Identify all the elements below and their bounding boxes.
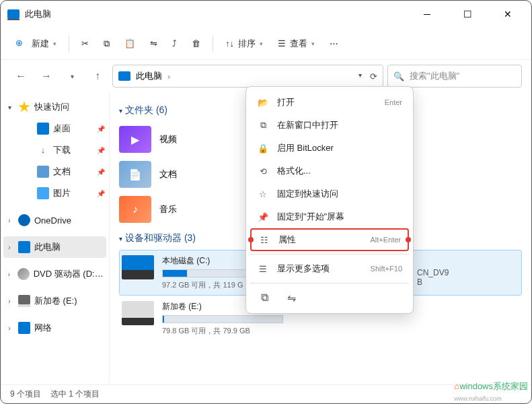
search-icon: 🔍 [393, 71, 404, 81]
plus-icon: ⊕ [15, 38, 28, 50]
chevron-right-icon[interactable]: › [5, 217, 14, 224]
drive-icon [122, 301, 154, 325]
sidebar-item-quick[interactable]: ▾ 快速访问 [1, 96, 109, 118]
cm-format[interactable]: ⟲ 格式化... [250, 160, 409, 182]
cm-properties[interactable]: ☷ 属性 Alt+Enter [250, 228, 409, 251]
chevron-right-icon[interactable]: › [5, 244, 14, 251]
star-icon [18, 101, 30, 113]
new-window-icon: ⧉ [257, 119, 269, 131]
cut-icon: ✂ [81, 38, 89, 48]
view-button[interactable]: ☰ 查看 ▾ [272, 33, 320, 55]
video-folder-icon: ▶ [119, 126, 151, 153]
chevron-down-icon: ▾ [53, 40, 56, 47]
dvd-icon [17, 268, 30, 280]
capacity-bar [162, 315, 283, 323]
pc-icon [18, 241, 30, 253]
share-button[interactable]: ⤴ [167, 33, 182, 55]
sidebar-item-thispc[interactable]: › 此电脑 [3, 236, 106, 258]
rename-icon[interactable]: ⇋ [284, 290, 299, 305]
pin-icon: 📌 [97, 190, 105, 197]
star-outline-icon: ☆ [257, 188, 269, 200]
chevron-down-icon[interactable]: ▾ [358, 71, 362, 81]
paste-button[interactable]: 📋 [119, 33, 141, 55]
separator [250, 283, 409, 283]
sidebar: ▾ 快速访问 桌面 📌 ↓ 下载 📌 文档 📌 [1, 92, 110, 384]
more-button[interactable]: ⋯ [324, 33, 344, 55]
window-title: 此电脑 [25, 8, 51, 20]
pin-icon: 📌 [97, 125, 105, 133]
copy-icon: ⧉ [104, 38, 110, 49]
maximize-button[interactable]: ☐ [457, 4, 478, 24]
sidebar-item-network[interactable]: › 网络 [1, 317, 109, 339]
status-selected: 选中 1 个项目 [50, 389, 100, 400]
sidebar-item-dvd[interactable]: › DVD 驱动器 (D:) CC [1, 263, 109, 285]
up-button[interactable]: ↑ [87, 65, 108, 87]
pin-icon: 📌 [97, 168, 105, 176]
back-button[interactable]: ← [10, 65, 32, 87]
pin-icon: 📌 [97, 147, 105, 154]
sidebar-item-desktop[interactable]: 桌面 📌 [1, 118, 109, 139]
rename-button[interactable]: ⇋ [145, 33, 163, 55]
recent-button[interactable]: ▾ [61, 65, 83, 87]
new-button[interactable]: ⊕ 新建 ▾ [10, 33, 62, 55]
chevron-right-icon[interactable]: › [5, 271, 13, 278]
download-icon: ↓ [37, 144, 49, 156]
copy-icon[interactable]: ⧉ [257, 290, 272, 305]
picture-icon [37, 187, 49, 199]
ellipsis-icon: ⋯ [330, 38, 338, 48]
copy-button[interactable]: ⧉ [98, 33, 115, 55]
desktop-icon [37, 123, 49, 135]
forward-button[interactable]: → [36, 65, 57, 87]
chevron-down-icon: ▾ [119, 107, 122, 114]
address-bar[interactable]: 此电脑 › ▾ ⟳ [112, 65, 383, 88]
document-icon [37, 166, 49, 178]
cut-button[interactable]: ✂ [76, 33, 94, 55]
windows-drive-icon [122, 255, 154, 279]
sort-button[interactable]: ↑↓ 排序 ▾ [220, 33, 268, 55]
refresh-icon[interactable]: ⟳ [370, 71, 377, 81]
toolbar: ⊕ 新建 ▾ ✂ ⧉ 📋 ⇋ ⤴ 🗑 ↑↓ 排序 ▾ ☰ 查看 ▾ ⋯ [1, 28, 531, 60]
breadcrumb[interactable]: 此电脑 [136, 70, 162, 82]
chevron-right-icon[interactable]: › [5, 298, 14, 305]
folder-open-icon: 📂 [257, 96, 269, 108]
rename-icon: ⇋ [150, 38, 157, 48]
music-folder-icon: ♪ [119, 196, 151, 223]
view-label: 查看 [290, 38, 307, 50]
delete-button[interactable]: 🗑 [186, 33, 206, 55]
sidebar-item-pictures[interactable]: 图片 📌 [1, 182, 109, 204]
cm-pin-quick[interactable]: ☆ 固定到快速访问 [250, 182, 409, 205]
watermark: ⌂windows系统家园 www.ruihaifu.com [454, 380, 528, 403]
paste-icon: 📋 [124, 38, 135, 48]
chevron-down-icon: ▾ [119, 235, 122, 242]
more-options-icon: ☰ [257, 263, 269, 275]
document-folder-icon: 📄 [119, 161, 151, 188]
search-input[interactable]: 🔍 搜索"此电脑" [387, 65, 522, 88]
separator [250, 254, 409, 255]
cloud-icon [18, 214, 30, 226]
sidebar-item-onedrive[interactable]: › OneDrive [1, 209, 109, 231]
format-icon: ⟲ [257, 165, 269, 177]
pc-icon [7, 9, 20, 19]
cm-bitlocker[interactable]: 🔒 启用 BitLocker [250, 137, 409, 160]
statusbar: 9 个项目 选中 1 个项目 [1, 384, 531, 403]
minimize-button[interactable]: ─ [417, 4, 437, 24]
cm-open[interactable]: 📂 打开 Enter [250, 91, 409, 114]
pc-icon [118, 71, 130, 81]
chevron-down-icon[interactable]: ▾ [5, 104, 14, 111]
close-button[interactable]: ✕ [498, 4, 518, 24]
cm-new-window[interactable]: ⧉ 在新窗口中打开 [250, 114, 409, 137]
titlebar: 此电脑 ─ ☐ ✕ [1, 1, 531, 28]
cm-more-options[interactable]: ☰ 显示更多选项 Shift+F10 [250, 257, 409, 280]
chevron-down-icon: ▾ [260, 40, 263, 47]
properties-icon: ☷ [258, 234, 270, 246]
new-label: 新建 [32, 38, 49, 50]
pin-icon: 📌 [257, 211, 269, 223]
drive-remainder-text: CN_DV9 B [417, 268, 449, 287]
cm-pin-start[interactable]: 📌 固定到"开始"屏幕 [250, 205, 409, 228]
chevron-right-icon[interactable]: › [5, 325, 14, 332]
sidebar-item-downloads[interactable]: ↓ 下载 📌 [1, 139, 109, 161]
cm-icon-row: ⧉ ⇋ [250, 286, 409, 309]
sidebar-item-documents[interactable]: 文档 📌 [1, 161, 109, 182]
sidebar-item-vole[interactable]: › 新加卷 (E:) [1, 290, 109, 312]
breadcrumb-sep: › [167, 71, 170, 81]
